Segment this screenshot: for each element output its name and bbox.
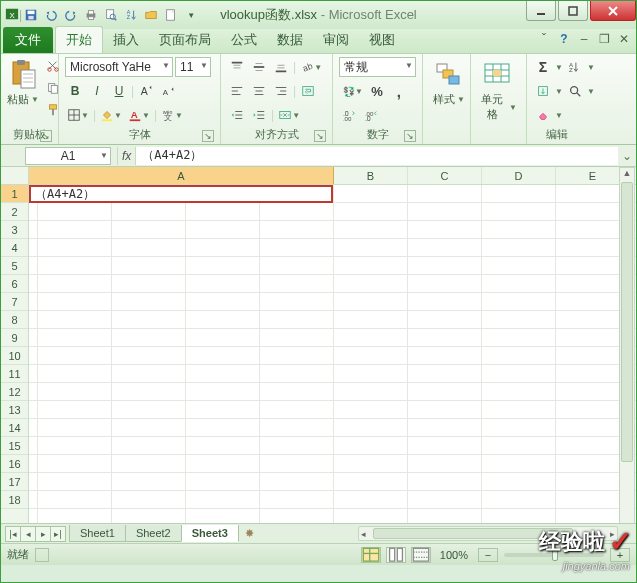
page-break-view-icon[interactable] — [411, 547, 431, 563]
decrease-decimal-icon[interactable]: .00.0 — [361, 105, 381, 125]
row-header[interactable]: 13 — [1, 401, 28, 419]
tab-layout[interactable]: 页面布局 — [149, 27, 221, 53]
sort-filter-icon[interactable]: AZ — [565, 57, 585, 77]
align-center-icon[interactable] — [249, 81, 269, 101]
launcher-icon[interactable]: ↘ — [404, 130, 416, 142]
increase-decimal-icon[interactable]: .0.00 — [339, 105, 359, 125]
active-cell[interactable]: （A4+A2） — [29, 185, 333, 203]
sheet-tab[interactable]: Sheet1 — [69, 525, 126, 542]
minimize-button[interactable] — [526, 1, 556, 21]
row-header[interactable]: 3 — [1, 221, 28, 239]
tab-insert[interactable]: 插入 — [103, 27, 149, 53]
row-header[interactable]: 9 — [1, 329, 28, 347]
underline-button[interactable]: U — [109, 81, 129, 101]
phonetic-icon[interactable]: wén文▼ — [159, 105, 185, 125]
row-header[interactable]: 10 — [1, 347, 28, 365]
save-icon[interactable] — [22, 6, 40, 24]
fx-icon[interactable]: fx — [117, 147, 136, 165]
minimize-ribbon-icon[interactable]: ˇ — [536, 31, 552, 47]
doc-restore-icon[interactable]: ❐ — [596, 31, 612, 47]
fill-color-icon[interactable]: ▼ — [98, 105, 124, 125]
close-button[interactable] — [590, 1, 636, 21]
row-header[interactable]: 7 — [1, 293, 28, 311]
horizontal-scrollbar[interactable]: ◂▸ — [358, 526, 618, 541]
fill-icon[interactable] — [533, 81, 553, 101]
tab-review[interactable]: 审阅 — [313, 27, 359, 53]
autosum-icon[interactable]: Σ — [533, 57, 553, 77]
align-bottom-icon[interactable] — [271, 57, 291, 77]
increase-indent-icon[interactable] — [249, 105, 269, 125]
border-icon[interactable]: ▼ — [65, 105, 91, 125]
maximize-button[interactable] — [558, 1, 588, 21]
sheet-nav-last-icon[interactable]: ▸| — [50, 526, 66, 542]
tab-data[interactable]: 数据 — [267, 27, 313, 53]
new-sheet-icon[interactable]: ✸ — [240, 527, 260, 540]
tab-home[interactable]: 开始 — [55, 26, 103, 53]
zoom-slider[interactable] — [504, 553, 604, 557]
help-icon[interactable]: ? — [556, 31, 572, 47]
font-color-icon[interactable]: A▼ — [126, 105, 152, 125]
row-header[interactable]: 14 — [1, 419, 28, 437]
print-quick-icon[interactable] — [82, 6, 100, 24]
worksheet-grid[interactable]: ABCDE 123456789101112131415161718 （A4+A2… — [1, 167, 636, 523]
sheet-nav-next-icon[interactable]: ▸ — [35, 526, 51, 542]
redo-icon[interactable] — [62, 6, 80, 24]
row-header[interactable]: 15 — [1, 437, 28, 455]
font-size-combo[interactable]: 11▼ — [175, 57, 211, 77]
column-header[interactable]: D — [482, 167, 556, 184]
new-icon[interactable] — [162, 6, 180, 24]
wrap-text-icon[interactable] — [298, 81, 318, 101]
row-header[interactable]: 4 — [1, 239, 28, 257]
bold-button[interactable]: B — [65, 81, 85, 101]
accounting-icon[interactable]: 💱▼ — [339, 81, 365, 101]
row-header[interactable]: 18 — [1, 491, 28, 509]
align-left-icon[interactable] — [227, 81, 247, 101]
sheet-tab[interactable]: Sheet3 — [181, 525, 239, 542]
scrollbar-thumb[interactable] — [621, 182, 633, 462]
undo-icon[interactable] — [42, 6, 60, 24]
tab-formulas[interactable]: 公式 — [221, 27, 267, 53]
merge-center-icon[interactable]: ▼ — [276, 105, 302, 125]
row-header[interactable]: 8 — [1, 311, 28, 329]
comma-icon[interactable]: , — [389, 81, 409, 101]
scrollbar-thumb[interactable] — [373, 528, 573, 539]
zoom-in-button[interactable]: + — [610, 548, 630, 562]
row-header[interactable]: 16 — [1, 455, 28, 473]
cells-button[interactable]: 单元格▼ — [477, 56, 517, 122]
vertical-scrollbar[interactable]: ▲▼ — [619, 167, 635, 542]
row-header[interactable]: 5 — [1, 257, 28, 275]
zoom-knob[interactable] — [552, 549, 558, 561]
launcher-icon[interactable]: ↘ — [314, 130, 326, 142]
tab-view[interactable]: 视图 — [359, 27, 405, 53]
doc-minimize-icon[interactable]: – — [576, 31, 592, 47]
paste-button[interactable]: 粘贴▼ — [7, 56, 39, 120]
italic-button[interactable]: I — [87, 81, 107, 101]
doc-close-icon[interactable]: ✕ — [616, 31, 632, 47]
align-middle-icon[interactable] — [249, 57, 269, 77]
find-icon[interactable] — [565, 81, 585, 101]
preview-icon[interactable] — [102, 6, 120, 24]
column-header[interactable]: C — [408, 167, 482, 184]
row-header[interactable]: 17 — [1, 473, 28, 491]
orientation-icon[interactable]: ab▼ — [298, 57, 324, 77]
normal-view-icon[interactable] — [361, 547, 381, 563]
expand-formula-icon[interactable]: ⌄ — [618, 149, 636, 163]
tab-file[interactable]: 文件 — [3, 27, 53, 53]
row-header[interactable]: 2 — [1, 203, 28, 221]
grow-font-icon[interactable]: A — [136, 81, 156, 101]
percent-icon[interactable]: % — [367, 81, 387, 101]
align-top-icon[interactable] — [227, 57, 247, 77]
clear-icon[interactable] — [533, 105, 553, 125]
open-icon[interactable] — [142, 6, 160, 24]
formula-input[interactable] — [136, 147, 618, 165]
column-header[interactable]: B — [334, 167, 408, 184]
zoom-out-button[interactable]: − — [478, 548, 498, 562]
name-box[interactable]: A1 ▼ — [25, 147, 111, 165]
shrink-font-icon[interactable]: A — [158, 81, 178, 101]
decrease-indent-icon[interactable] — [227, 105, 247, 125]
qat-more-icon[interactable]: ▼ — [182, 6, 200, 24]
font-name-combo[interactable]: Microsoft YaHe▼ — [65, 57, 173, 77]
sort-icon[interactable]: AZ — [122, 6, 140, 24]
row-header[interactable]: 12 — [1, 383, 28, 401]
page-layout-view-icon[interactable] — [386, 547, 406, 563]
